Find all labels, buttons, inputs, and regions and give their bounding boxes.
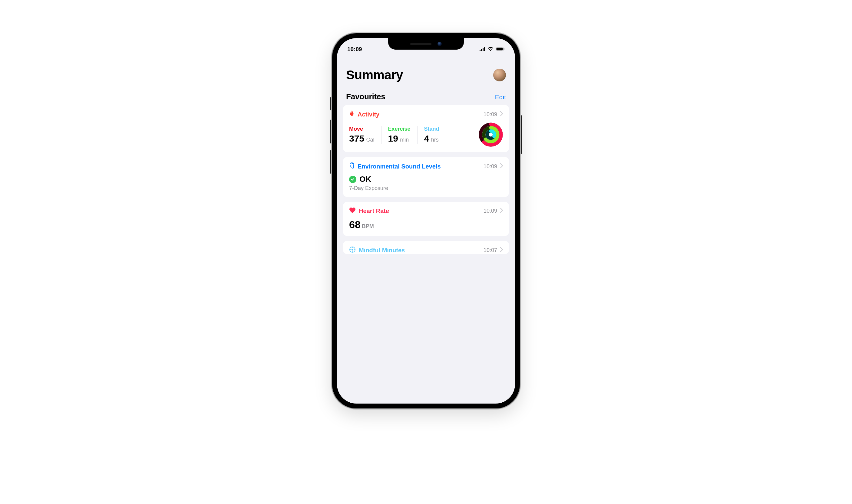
heart-rate-timestamp: 10:09 — [484, 208, 497, 214]
heart-rate-card[interactable]: Heart Rate 10:09 68BPM — [343, 202, 509, 236]
mindful-icon — [349, 246, 356, 254]
move-value: 375 — [349, 133, 364, 143]
hearing-timestamp: 10:09 — [484, 163, 497, 170]
activity-title: Activity — [358, 111, 379, 118]
chevron-right-icon — [500, 208, 503, 214]
svg-rect-6 — [504, 49, 504, 50]
check-icon — [349, 176, 357, 183]
chevron-right-icon — [500, 111, 503, 118]
svg-rect-3 — [484, 47, 485, 51]
mindful-title: Mindful Minutes — [359, 247, 405, 254]
mindful-card[interactable]: Mindful Minutes 10:07 — [343, 241, 509, 254]
heart-rate-unit: BPM — [362, 223, 374, 229]
move-label: Move — [349, 126, 375, 132]
page-title: Summary — [346, 68, 403, 82]
hearing-card[interactable]: Environmental Sound Levels 10:09 OK — [343, 157, 509, 197]
activity-rings-icon — [479, 123, 503, 147]
device-notch — [388, 38, 464, 50]
heart-icon — [349, 207, 356, 215]
svg-rect-0 — [480, 50, 481, 51]
side-button-power — [520, 115, 522, 154]
move-unit: Cal — [366, 137, 375, 143]
hearing-title: Environmental Sound Levels — [358, 163, 441, 170]
chevron-right-icon — [500, 247, 503, 253]
heart-rate-value: 68 — [349, 219, 361, 230]
exercise-value: 19 — [388, 133, 398, 143]
svg-rect-1 — [481, 49, 482, 51]
cellular-icon — [480, 46, 486, 53]
ear-icon — [349, 162, 354, 170]
mindful-timestamp: 10:07 — [484, 247, 497, 253]
profile-avatar[interactable] — [493, 69, 506, 82]
stand-unit: hrs — [431, 137, 439, 143]
flame-icon — [349, 110, 354, 118]
hearing-status: OK — [360, 175, 371, 184]
stand-value: 4 — [424, 133, 429, 143]
battery-icon — [495, 46, 505, 53]
favourites-heading: Favourites — [346, 92, 385, 101]
stand-label: Stand — [424, 126, 439, 132]
activity-card[interactable]: Activity 10:09 Move 375 Cal — [343, 105, 509, 152]
front-camera — [437, 42, 442, 46]
exercise-unit: min — [400, 137, 409, 143]
wifi-icon — [488, 46, 493, 53]
heart-rate-title: Heart Rate — [359, 208, 389, 215]
hearing-subtitle: 7-Day Exposure — [349, 185, 503, 192]
svg-rect-5 — [497, 48, 503, 51]
activity-timestamp: 10:09 — [484, 111, 497, 118]
status-time: 10:09 — [347, 46, 362, 53]
svg-point-14 — [351, 249, 353, 251]
earpiece — [410, 43, 432, 45]
svg-rect-2 — [483, 48, 484, 51]
chevron-right-icon — [500, 163, 503, 170]
device-frame: 10:09 Summary Favourit — [332, 33, 520, 504]
edit-favourites-button[interactable]: Edit — [495, 93, 506, 101]
exercise-label: Exercise — [388, 126, 411, 132]
